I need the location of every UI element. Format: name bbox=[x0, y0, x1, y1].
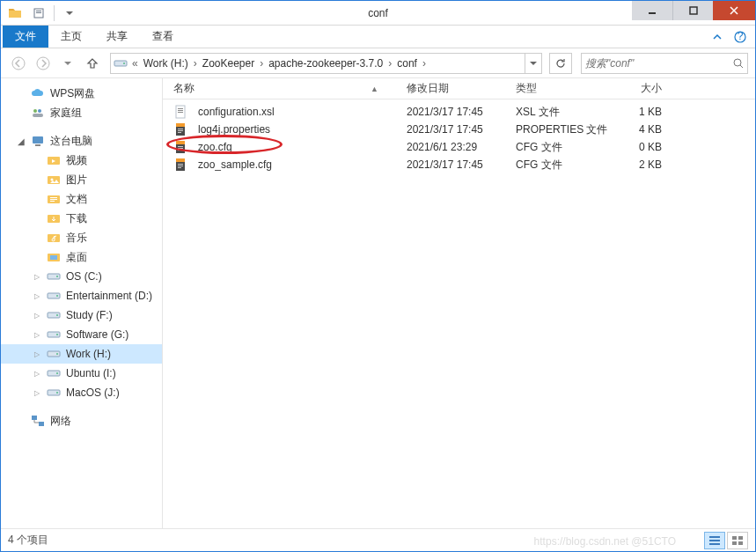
history-dropdown-button[interactable] bbox=[57, 53, 78, 74]
column-header-name[interactable]: 名称▲ bbox=[168, 81, 401, 96]
sidebar-item-work-h-[interactable]: ▷Work (H:) bbox=[1, 344, 162, 364]
close-button[interactable] bbox=[713, 1, 755, 20]
expand-icon[interactable]: ▷ bbox=[33, 312, 41, 320]
sidebar-item--[interactable]: 音乐 bbox=[1, 228, 162, 247]
breadcrumb-item[interactable]: ZooKeeper bbox=[199, 54, 258, 73]
search-icon[interactable] bbox=[733, 58, 744, 69]
sidebar-item-label: MacOS (J:) bbox=[66, 386, 120, 399]
qat-properties-button[interactable] bbox=[29, 4, 48, 23]
sidebar-item-label: WPS网盘 bbox=[50, 86, 95, 101]
svg-point-10 bbox=[123, 63, 125, 64]
address-bar[interactable]: « Work (H:) › ZooKeeper › apache-zookeep… bbox=[110, 53, 542, 74]
svg-rect-69 bbox=[738, 541, 743, 545]
help-button[interactable]: ? bbox=[730, 27, 750, 47]
file-icon bbox=[173, 158, 187, 172]
sidebar-item-label: 下载 bbox=[66, 211, 87, 226]
file-row[interactable]: zoo.cfg2021/6/1 23:29CFG 文件0 KB bbox=[163, 138, 755, 156]
content-area: WPS网盘 家庭组 ◢ 这台电脑 视频图片文档下载音乐桌面▷OS (C:)▷En… bbox=[1, 78, 755, 528]
svg-point-39 bbox=[56, 372, 58, 374]
file-list[interactable]: configuration.xsl2021/3/17 17:45XSL 文件1 … bbox=[163, 99, 755, 173]
sidebar-item--[interactable]: 下载 bbox=[1, 209, 162, 228]
navigation-pane[interactable]: WPS网盘 家庭组 ◢ 这台电脑 视频图片文档下载音乐桌面▷OS (C:)▷En… bbox=[1, 78, 163, 528]
sidebar-item--[interactable]: 视频 bbox=[1, 151, 162, 170]
chevron-right-icon[interactable]: › bbox=[421, 57, 428, 70]
svg-rect-15 bbox=[33, 136, 43, 144]
sidebar-item--[interactable]: 文档 bbox=[1, 189, 162, 209]
expand-icon[interactable]: ◢ bbox=[17, 136, 26, 146]
thumbnails-view-button[interactable] bbox=[727, 532, 748, 549]
network-icon bbox=[31, 414, 45, 428]
svg-point-13 bbox=[38, 109, 41, 113]
expand-icon[interactable]: ▷ bbox=[33, 273, 41, 281]
sidebar-item-entertainment-d-[interactable]: ▷Entertainment (D:) bbox=[1, 286, 162, 305]
up-button[interactable] bbox=[82, 53, 103, 74]
sidebar-item-software-g-[interactable]: ▷Software (G:) bbox=[1, 325, 162, 344]
item-count: 4 个项目 bbox=[8, 533, 48, 548]
chevron-right-icon[interactable]: « bbox=[130, 57, 140, 70]
column-header-date[interactable]: 修改日期 bbox=[401, 81, 510, 96]
sidebar-item-network[interactable]: 网络 bbox=[1, 411, 162, 431]
expand-icon[interactable]: ▷ bbox=[33, 370, 41, 378]
computer-icon bbox=[31, 134, 45, 148]
svg-rect-52 bbox=[178, 132, 181, 133]
sidebar-item-os-c-[interactable]: ▷OS (C:) bbox=[1, 267, 162, 286]
svg-point-11 bbox=[734, 59, 741, 66]
svg-rect-22 bbox=[50, 199, 57, 200]
back-button[interactable] bbox=[8, 53, 29, 74]
expand-icon[interactable]: ▷ bbox=[33, 292, 41, 300]
svg-rect-45 bbox=[178, 108, 183, 109]
breadcrumb-item[interactable]: conf bbox=[393, 54, 421, 73]
breadcrumb-item[interactable]: apache-zookeeper-3.7.0 bbox=[265, 54, 386, 73]
file-name: log4j.properties bbox=[198, 123, 270, 136]
refresh-button[interactable] bbox=[549, 53, 572, 74]
expand-icon[interactable]: ▷ bbox=[33, 331, 41, 339]
file-name: zoo_sample.cfg bbox=[198, 158, 272, 171]
breadcrumb-item[interactable]: Work (H:) bbox=[140, 54, 192, 73]
folder-desk-icon bbox=[47, 250, 61, 264]
file-name: configuration.xsl bbox=[198, 106, 275, 118]
file-tab[interactable]: 文件 bbox=[3, 26, 48, 48]
sidebar-item-macos-j-[interactable]: ▷MacOS (J:) bbox=[1, 383, 162, 402]
svg-point-37 bbox=[56, 353, 58, 355]
search-input[interactable] bbox=[585, 57, 733, 70]
expand-icon[interactable]: ▷ bbox=[33, 389, 41, 397]
sidebar-item--[interactable]: 图片 bbox=[1, 170, 162, 189]
expand-icon[interactable]: ▷ bbox=[33, 350, 41, 358]
svg-rect-23 bbox=[50, 201, 55, 202]
search-box[interactable] bbox=[581, 53, 748, 74]
address-dropdown-button[interactable] bbox=[525, 53, 541, 74]
column-header-size[interactable]: 大小 bbox=[614, 81, 667, 96]
qat-dropdown-button[interactable] bbox=[60, 4, 79, 23]
expand-ribbon-button[interactable] bbox=[708, 27, 727, 47]
folder-down-icon bbox=[47, 211, 61, 225]
file-size: 2 KB bbox=[614, 158, 667, 171]
drive-icon bbox=[47, 308, 61, 322]
sidebar-item-wps[interactable]: WPS网盘 bbox=[1, 84, 162, 103]
file-size: 0 KB bbox=[614, 141, 667, 153]
sidebar-item--[interactable]: 桌面 bbox=[1, 247, 162, 267]
chevron-right-icon[interactable]: › bbox=[258, 57, 265, 70]
forward-button[interactable] bbox=[33, 53, 54, 74]
svg-rect-54 bbox=[176, 141, 185, 144]
column-header-type[interactable]: 类型 bbox=[510, 81, 614, 96]
sidebar-item-ubuntu-i-[interactable]: ▷Ubuntu (I:) bbox=[1, 364, 162, 383]
svg-rect-3 bbox=[649, 12, 656, 14]
sidebar-item-homegroup[interactable]: 家庭组 bbox=[1, 103, 162, 122]
file-row[interactable]: zoo_sample.cfg2021/3/17 17:45CFG 文件2 KB bbox=[163, 156, 755, 173]
sidebar-item-label: Entertainment (D:) bbox=[66, 290, 152, 302]
minimize-button[interactable] bbox=[632, 1, 672, 20]
ribbon-tab-home[interactable]: 主页 bbox=[48, 26, 94, 48]
chevron-right-icon[interactable]: › bbox=[386, 57, 393, 70]
svg-rect-68 bbox=[732, 541, 737, 545]
file-row[interactable]: log4j.properties2021/3/17 17:45PROPERTIE… bbox=[163, 121, 755, 138]
svg-rect-1 bbox=[36, 11, 41, 11]
file-type: CFG 文件 bbox=[510, 158, 614, 173]
details-view-button[interactable] bbox=[704, 532, 725, 549]
ribbon-tab-share[interactable]: 共享 bbox=[94, 26, 140, 48]
chevron-right-icon[interactable]: › bbox=[192, 57, 199, 70]
sidebar-item-computer[interactable]: ◢ 这台电脑 bbox=[1, 131, 162, 151]
file-row[interactable]: configuration.xsl2021/3/17 17:45XSL 文件1 … bbox=[163, 103, 755, 121]
ribbon-tab-view[interactable]: 查看 bbox=[140, 26, 186, 48]
maximize-button[interactable] bbox=[672, 1, 713, 20]
sidebar-item-study-f-[interactable]: ▷Study (F:) bbox=[1, 305, 162, 325]
